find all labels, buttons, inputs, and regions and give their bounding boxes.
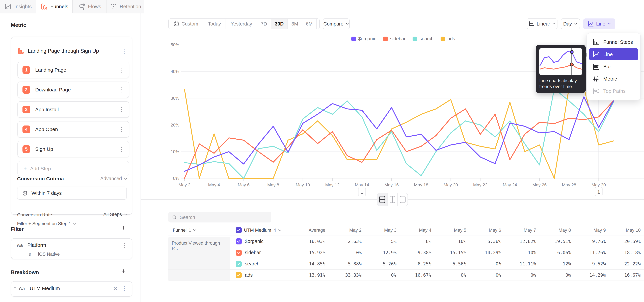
table-row-search[interactable]: search14.85%5.88%5.26%6.25%5.56%0%11.11%… xyxy=(168,258,644,270)
row-checkbox[interactable] xyxy=(236,261,242,267)
menu-item-bar[interactable]: Bar xyxy=(589,60,638,73)
breakdown-property[interactable]: UTM Medium xyxy=(30,286,60,291)
conversion-window-control[interactable]: Within 7 days xyxy=(17,186,127,200)
filter-segment-dropdown[interactable]: Filter + Segment on Step 1 xyxy=(17,221,76,226)
layout-split-vertical-button[interactable] xyxy=(388,193,398,206)
advanced-dropdown[interactable]: Advanced xyxy=(100,176,127,181)
table-cell: 12.82% xyxy=(504,239,538,244)
metric-title[interactable]: Landing Page through Sign Up xyxy=(28,48,99,54)
series-organic[interactable] xyxy=(184,97,614,171)
series-ads[interactable] xyxy=(184,88,614,178)
conversion-rate-dropdown[interactable]: All Steps xyxy=(104,212,128,217)
step-kebab-icon[interactable]: ⋮ xyxy=(118,67,124,73)
range-yesterday[interactable]: Yesterday xyxy=(226,19,257,29)
breakdown-kebab-icon[interactable]: ⋮ xyxy=(121,285,127,291)
range-30d[interactable]: 30D xyxy=(271,19,288,29)
step-kebab-icon[interactable]: ⋮ xyxy=(118,126,124,132)
compare-button[interactable]: Compare xyxy=(323,18,350,29)
table-cell: 8% xyxy=(399,239,434,244)
menu-item-line[interactable]: Line xyxy=(589,48,638,60)
column-divider xyxy=(329,225,330,281)
step-number-badge: 3 xyxy=(22,106,30,114)
range-3m[interactable]: 3M xyxy=(288,19,302,29)
funnel-col-count: 1 xyxy=(189,228,191,233)
date-column-header[interactable]: May 2 xyxy=(329,228,364,233)
date-column-header[interactable]: May 4 xyxy=(399,228,434,233)
metric-kebab-icon[interactable]: ⋮ xyxy=(121,48,127,54)
chart-type-button[interactable]: Line xyxy=(583,18,615,29)
step-kebab-icon[interactable]: ⋮ xyxy=(118,87,124,93)
date-column-header[interactable]: May 8 xyxy=(538,228,573,233)
step-kebab-icon[interactable]: ⋮ xyxy=(118,106,124,112)
table-cell: 0% xyxy=(434,272,468,278)
annotation-badge-may-30[interactable]: 1 xyxy=(595,187,602,196)
date-column-header[interactable]: May 5 xyxy=(434,228,468,233)
search-input[interactable] xyxy=(180,214,268,220)
table-row-organic[interactable]: $organic16.03%2.63%5%8%10%5.36%12.82%19.… xyxy=(168,236,644,247)
filter-card[interactable]: Aa Platform ⋮ Is iOS Native xyxy=(11,238,132,260)
add-filter-button[interactable]: + xyxy=(122,225,126,230)
funnel-step-3[interactable]: 3App Install⋮ xyxy=(18,101,129,118)
check-icon xyxy=(237,240,240,243)
table-cell: 5.26% xyxy=(364,261,399,266)
chart-type-menu: Funnel StepsLineBarMetricTop Paths xyxy=(586,33,641,100)
filter-kebab-icon[interactable]: ⋮ xyxy=(122,242,128,248)
chevron-down-icon xyxy=(124,178,127,180)
string-type-icon: Aa xyxy=(16,242,23,248)
table-row-sidebar[interactable]: sidebar15.92%0%12.9%9.38%15.15%14.29%10%… xyxy=(168,247,644,258)
menu-item-funnel-steps[interactable]: Funnel Steps xyxy=(589,36,638,48)
remove-breakdown-icon[interactable]: ✕ xyxy=(113,285,118,292)
menu-item-metric[interactable]: Metric xyxy=(589,73,638,85)
date-column-header[interactable]: May 10 xyxy=(608,228,643,233)
range-6m[interactable]: 6M xyxy=(302,19,317,29)
funnel-step-1[interactable]: 1Landing Page⋮ xyxy=(18,62,129,78)
layout-split-horizontal-button[interactable] xyxy=(377,193,388,206)
range-custom[interactable]: Custom xyxy=(169,19,203,29)
breakdown-column-header[interactable]: UTM Medium 4 xyxy=(236,227,282,233)
funnel-step-5[interactable]: 5Sign Up⋮ xyxy=(18,141,129,158)
breakdown-card[interactable]: Aa UTM Medium ✕ ⋮ xyxy=(11,281,132,297)
tab-flows[interactable]: Flows xyxy=(72,0,107,14)
layout-bottom-panel-button[interactable] xyxy=(398,193,408,206)
range-7d[interactable]: 7D xyxy=(257,19,271,29)
date-column-header[interactable]: May 6 xyxy=(468,228,504,233)
filter-value[interactable]: iOS Native xyxy=(38,252,60,257)
filter-property[interactable]: Platform xyxy=(27,242,46,248)
range-today[interactable]: Today xyxy=(203,19,226,29)
funnel-step-2[interactable]: 2Download Page⋮ xyxy=(18,82,129,98)
range-12m[interactable]: 12M xyxy=(317,19,320,29)
step-kebab-icon[interactable]: ⋮ xyxy=(118,146,124,152)
average-column-header[interactable]: Average xyxy=(292,228,325,233)
date-column-header[interactable]: May 9 xyxy=(573,228,608,233)
date-column-header[interactable]: May 3 xyxy=(364,228,399,233)
add-breakdown-button[interactable]: + xyxy=(122,268,126,274)
table-cell: 0% xyxy=(538,272,573,278)
add-step-label: Add Step xyxy=(30,166,51,172)
funnel-step-4[interactable]: 4App Open⋮ xyxy=(18,121,129,138)
interval-button[interactable]: Day xyxy=(561,18,580,29)
row-checkbox[interactable] xyxy=(236,238,242,244)
select-all-checkbox[interactable] xyxy=(236,227,242,233)
funnel-column-header[interactable]: Funnel 1 xyxy=(173,228,196,233)
svg-text:1: 1 xyxy=(361,190,364,194)
row-checkbox[interactable] xyxy=(236,272,242,278)
series-search[interactable] xyxy=(184,89,614,178)
tab-retention[interactable]: Retention xyxy=(107,0,144,14)
filter-operator[interactable]: Is xyxy=(27,252,31,257)
row-checkbox[interactable] xyxy=(236,250,242,256)
annotation-badge-may-14[interactable]: 1 xyxy=(358,187,366,196)
date-column-header[interactable]: May 7 xyxy=(504,228,538,233)
tab-insights[interactable]: Insights xyxy=(0,0,36,14)
scale-button[interactable]: Linear xyxy=(526,18,558,29)
table-cell: 9.38% xyxy=(399,250,434,255)
table-search xyxy=(168,212,271,222)
add-step-button[interactable]: + Add Step xyxy=(18,161,129,176)
table-cell: 0% xyxy=(329,250,364,255)
tab-funnels[interactable]: Funnels xyxy=(36,0,72,14)
table-row-ads[interactable]: ads13.91%33.33%0%16.67%0%0%0%0%14.29%16.… xyxy=(168,270,644,281)
chevron-down-icon xyxy=(73,223,76,225)
conversion-rate-label: Conversion Rate xyxy=(17,212,52,218)
drag-handle-icon[interactable] xyxy=(14,286,16,290)
svg-text:20%: 20% xyxy=(171,123,179,127)
menu-item-top-paths: Top Paths xyxy=(589,85,638,97)
